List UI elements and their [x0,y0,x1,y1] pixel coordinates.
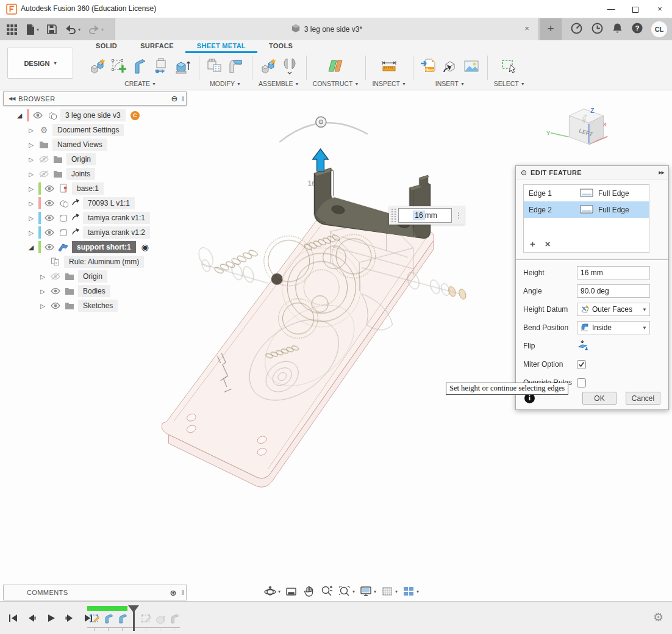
height-datum-select[interactable]: Outer Faces ▼ [577,303,650,316]
tree-item-rule-aluminum-mm-[interactable]: Rule: Aluminum (mm) [3,254,187,269]
view-cube[interactable]: LEFT TOP Y Z X [546,107,607,144]
timeline-feature-sketch[interactable] [139,611,153,626]
remove-edge-button[interactable]: × [545,239,551,249]
help-icon[interactable]: ? [631,22,643,37]
dialog-collapse-icon[interactable]: ⊖ [521,168,527,177]
save-button[interactable] [44,20,60,38]
workspace-selector[interactable]: DESIGN▾ [7,48,73,79]
flip-button[interactable] [577,339,650,353]
expand-arrow-icon[interactable]: ▷ [27,186,35,192]
dialog-dock-icon[interactable]: ▶▶ [659,170,664,175]
select-icon[interactable] [500,57,518,78]
tree-item-origin[interactable]: ▷Origin [3,269,187,284]
group-label-select[interactable]: SELECT▼ [494,80,525,87]
tree-item-label[interactable]: 3 leg one side v3 [60,109,126,121]
group-label-modify[interactable]: MODIFY▼ [210,80,241,87]
tree-item-base-1[interactable]: ▷base:1 [3,181,187,196]
tree-item-label[interactable]: Origin [66,153,96,165]
flange-icon[interactable] [131,57,149,78]
timeline-settings-gear-icon[interactable]: ⚙ [653,610,663,624]
close-button[interactable]: × [648,0,672,18]
edge-row-edge-2[interactable]: Edge 2Full Edge [524,201,649,218]
document-tab[interactable]: 3 leg one side v3* × [115,18,539,40]
derive-icon[interactable] [441,57,459,78]
playback-play-button[interactable] [44,611,57,625]
redo-button[interactable]: ▾ [85,20,106,38]
tree-item-label[interactable]: support short:1 [72,241,136,253]
bend-position-select[interactable]: Inside ▼ [577,321,650,334]
visibility-eye-icon[interactable] [44,243,55,251]
app-grid-icon[interactable] [4,20,20,38]
tree-item-tamiya-crank-v1-1[interactable]: ▷tamiya crank v1:1 [3,211,187,225]
minimize-button[interactable]: — [599,0,623,18]
height-value-input[interactable]: 16 mm [398,208,452,223]
tree-item-document-settings[interactable]: ▷⚙Document Settings [3,123,187,137]
expand-arrow-icon[interactable]: ▷ [27,156,35,163]
expand-arrow-icon[interactable]: ▷ [27,142,35,148]
timeline-feature-sketch[interactable] [87,611,101,626]
playback-start-button[interactable] [6,611,20,625]
tab-close-icon[interactable]: × [521,24,532,33]
playback-back-button[interactable] [25,611,38,625]
file-menu-button[interactable]: ▾ [23,20,41,38]
new-component-icon[interactable] [259,57,277,78]
timeline-feature-flange[interactable] [115,611,129,626]
joint-icon[interactable] [281,57,299,78]
thicken-icon[interactable] [174,57,192,78]
tree-item-label[interactable]: Named Views [52,139,107,151]
bell-icon[interactable] [612,22,623,37]
viewports-button[interactable]: ▾ [401,583,420,599]
tree-item-label[interactable]: Document Settings [52,124,124,136]
visibility-eye-icon[interactable] [44,214,55,222]
edge-row-edge-1[interactable]: Edge 1Full Edge [524,185,649,201]
cancel-button[interactable]: Cancel [626,392,660,405]
timeline-feature-flange[interactable] [167,611,181,626]
tree-item-tamiya-crank-v1-2[interactable]: ▷tamiya crank v1:2 [3,225,187,240]
playback-next-button[interactable] [63,611,76,625]
tree-item-named-views[interactable]: ▷Named Views [3,137,187,152]
height-arrow-manipulator[interactable] [313,149,328,171]
viewport[interactable]: 16.00 [0,90,672,601]
expand-arrow-icon[interactable]: ▷ [38,288,47,295]
expand-arrow-icon[interactable]: ▷ [27,229,35,236]
visibility-eye-icon[interactable] [50,287,61,295]
visibility-eye-icon[interactable] [44,200,55,207]
visibility-eye-icon[interactable] [50,302,61,309]
tree-item-origin[interactable]: ▷Origin [3,152,187,167]
orbit-button[interactable]: ▾ [262,583,282,599]
visibility-eye-icon[interactable] [44,185,55,192]
grid-button[interactable]: ▾ [379,583,399,599]
override-rules-checkbox[interactable] [577,378,586,387]
tree-item-label[interactable]: Sketches [78,300,118,312]
group-label-construct[interactable]: CONSTRUCT▼ [313,80,359,87]
tree-item-bodies[interactable]: ▷Bodies [3,284,187,298]
tree-item-label[interactable]: base:1 [72,182,104,195]
group-label-assemble[interactable]: ASSEMBLE▼ [259,80,299,87]
plane-icon[interactable] [326,57,345,78]
add-edge-button[interactable]: + [530,239,535,249]
expand-arrow-icon[interactable]: ▷ [27,215,35,222]
ribbon-tab-tools[interactable]: TOOLS [257,40,304,53]
measure-icon[interactable] [380,57,398,78]
expand-arrow-icon[interactable]: ▷ [27,171,35,178]
group-label-create[interactable]: CREATE▼ [124,80,156,87]
tree-item-label[interactable]: Rule: Aluminum (mm) [64,256,144,268]
panel-grip[interactable]: ‖ [181,589,184,596]
miter-option-checkbox[interactable] [577,360,586,369]
browser-header[interactable]: ◀◀ BROWSER ⊖ ‖ [3,92,187,106]
expand-arrow-icon[interactable]: ▷ [27,200,35,207]
job-status-icon[interactable] [570,22,583,37]
comments-panel[interactable]: COMMENTS ⊕ ‖ [3,585,187,600]
timeline-feature-thicken[interactable] [153,611,167,626]
group-label-inspect[interactable]: INSPECT▼ [372,80,406,87]
expand-arrow-icon[interactable]: ◢ [15,112,24,120]
timeline-feature-flange[interactable] [101,611,115,626]
maximize-button[interactable] [623,0,648,18]
group-label-insert[interactable]: INSERT▼ [435,80,465,87]
notifications-history-icon[interactable] [591,22,604,37]
tree-item-3-leg-one-side-v3[interactable]: ◢3 leg one side v3C [3,108,187,123]
tree-item-label[interactable]: 70093 L v1:1 [83,197,135,209]
dialog-header[interactable]: ⊖ EDIT FEATURE ▶▶ [516,166,668,179]
height-input[interactable] [577,266,650,279]
create-sketch-icon[interactable] [110,57,128,78]
